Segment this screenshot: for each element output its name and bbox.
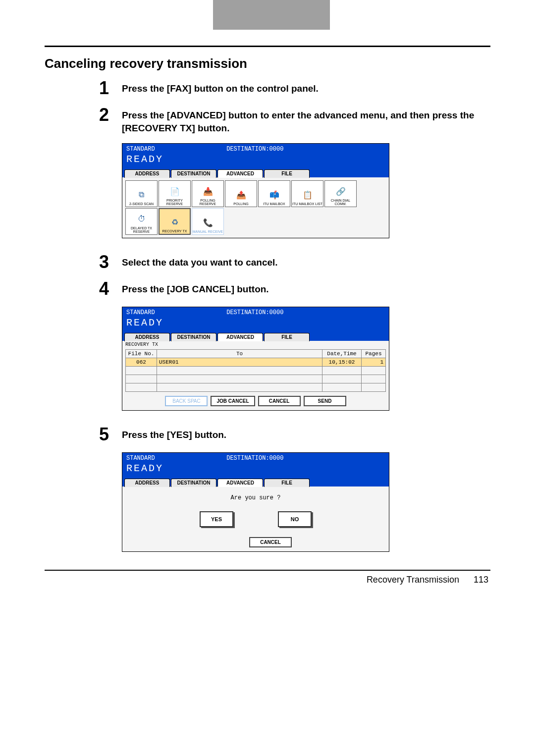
step-2-number: 2 xyxy=(99,106,122,124)
screen-header: STANDARD DESTINATION:0000 READY xyxy=(122,144,389,169)
col-to: To xyxy=(157,350,322,358)
top-rule xyxy=(45,46,490,47)
cell-file-no: 062 xyxy=(126,358,157,367)
screenshot-confirm: STANDARD DESTINATION:0000 READY ADDRESS … xyxy=(122,452,389,552)
btn-recovery-tx[interactable]: ♻ RECOVERY TX xyxy=(159,208,191,235)
btn-back-space[interactable]: BACK SPAC xyxy=(165,396,208,406)
footer-label: Recovery Transmission xyxy=(367,575,459,585)
destination-count: DESTINATION:0000 xyxy=(226,309,283,316)
btn-polling-label: POLLING xyxy=(233,202,248,206)
btn-itu-mailbox-label: ITU MAILBOX xyxy=(263,202,285,206)
cell-pages: 1 xyxy=(362,358,386,367)
btn-2-sided-scan[interactable]: ⧉ 2-SIDED SCAN xyxy=(125,180,158,207)
screenshot-advanced-menu: STANDARD DESTINATION:0000 READY ADDRESS … xyxy=(122,143,389,238)
tab-address[interactable]: ADDRESS xyxy=(124,333,170,341)
priority-icon: 📄 xyxy=(167,185,182,198)
btn-chain-dial[interactable]: 🔗 CHAIN DIAL COMM. xyxy=(324,180,357,207)
btn-delayed-tx-label: DELAYED TX RESERVE xyxy=(126,226,157,233)
ready-label: READY xyxy=(126,463,385,474)
btn-chain-dial-label: CHAIN DIAL COMM. xyxy=(325,199,356,206)
btn-priority-reserve[interactable]: 📄 PRIORITY RESERVE xyxy=(159,180,191,207)
btn-itu-mailbox-list[interactable]: 📋 ITU MAILBOX LIST xyxy=(291,180,323,207)
tab-advanced[interactable]: ADVANCED xyxy=(217,479,263,487)
footer-page-number: 113 xyxy=(474,575,488,585)
cell-date-time: 10,15:02 xyxy=(322,358,362,367)
btn-recovery-tx-label: RECOVERY TX xyxy=(162,229,187,233)
btn-itu-mailbox[interactable]: 📫 ITU MAILBOX xyxy=(258,180,290,207)
polling-reserve-icon: 📥 xyxy=(201,185,215,198)
job-list-table: File No. To Date,Time Pages 062 USER01 1… xyxy=(125,349,386,392)
destination-count: DESTINATION:0000 xyxy=(226,146,283,153)
panel-sublabel: RECOVERY TX xyxy=(122,341,389,349)
itu-mailbox-list-icon: 📋 xyxy=(300,188,315,201)
tab-destination[interactable]: DESTINATION xyxy=(171,169,216,178)
step-5: 5 Press the [YES] button. xyxy=(99,426,490,443)
step-5-text: Press the [YES] button. xyxy=(122,426,226,441)
btn-polling-reserve[interactable]: 📥 POLLING RESERVE xyxy=(192,180,224,207)
step-2: 2 Press the [ADVANCED] button to enter t… xyxy=(99,106,490,134)
screen-header: STANDARD DESTINATION:0000 READY xyxy=(122,453,389,478)
btn-polling[interactable]: 📤 POLLING xyxy=(225,180,257,207)
btn-manual-receive-label: MANUAL RECEIVE xyxy=(193,230,223,233)
btn-priority-reserve-label: PRIORITY RESERVE xyxy=(159,199,190,206)
screenshot-job-list: STANDARD DESTINATION:0000 READY ADDRESS … xyxy=(122,307,389,411)
step-3: 3 Select the data you want to cancel. xyxy=(99,253,490,271)
btn-polling-reserve-label: POLLING RESERVE xyxy=(192,199,223,206)
ready-label: READY xyxy=(126,317,385,328)
step-5-number: 5 xyxy=(99,426,122,443)
tab-address[interactable]: ADDRESS xyxy=(124,169,170,178)
screen-header: STANDARD DESTINATION:0000 READY xyxy=(122,307,389,332)
step-4: 4 Press the [JOB CANCEL] button. xyxy=(99,280,490,298)
btn-job-cancel[interactable]: JOB CANCEL xyxy=(211,396,255,406)
table-row[interactable] xyxy=(126,383,386,392)
ready-label: READY xyxy=(126,154,385,165)
btn-no[interactable]: NO xyxy=(278,511,312,527)
step-4-text: Press the [JOB CANCEL] button. xyxy=(122,280,269,296)
btn-send[interactable]: SEND xyxy=(304,396,346,406)
two-sided-icon: ⧉ xyxy=(134,188,149,201)
step-1-text: Press the [FAX] button on the control pa… xyxy=(122,79,319,95)
step-3-text: Select the data you want to cancel. xyxy=(122,253,278,269)
tab-address[interactable]: ADDRESS xyxy=(124,479,170,487)
mode-label: STANDARD xyxy=(126,146,155,153)
btn-cancel[interactable]: CANCEL xyxy=(258,396,301,406)
col-file-no: File No. xyxy=(126,350,157,358)
chain-dial-icon: 🔗 xyxy=(333,185,348,198)
manual-receive-icon: 📞 xyxy=(201,216,215,229)
btn-itu-mailbox-list-label: ITU MAILBOX LIST xyxy=(292,202,322,206)
section-title: Canceling recovery transmission xyxy=(45,56,490,71)
tab-advanced[interactable]: ADVANCED xyxy=(217,333,263,341)
btn-delayed-tx[interactable]: ⏱ DELAYED TX RESERVE xyxy=(125,208,158,235)
confirm-question: Are you sure ? xyxy=(122,486,389,504)
btn-manual-receive[interactable]: 📞 MANUAL RECEIVE xyxy=(192,208,224,235)
header-tab-placeholder xyxy=(213,0,330,30)
table-row[interactable] xyxy=(126,367,386,375)
tab-file[interactable]: FILE xyxy=(264,333,310,341)
col-pages: Pages xyxy=(362,350,386,358)
step-4-number: 4 xyxy=(99,280,122,298)
tab-destination[interactable]: DESTINATION xyxy=(171,479,216,487)
mode-label: STANDARD xyxy=(126,455,155,462)
table-row[interactable] xyxy=(126,375,386,383)
btn-yes[interactable]: YES xyxy=(200,511,233,527)
step-3-number: 3 xyxy=(99,253,122,271)
step-1: 1 Press the [FAX] button on the control … xyxy=(99,79,490,97)
itu-mailbox-icon: 📫 xyxy=(267,188,282,201)
page-footer: Recovery Transmission 113 xyxy=(45,575,490,585)
step-2-text: Press the [ADVANCED] button to enter the… xyxy=(122,106,490,134)
tab-file[interactable]: FILE xyxy=(264,169,310,178)
col-date-time: Date,Time xyxy=(322,350,362,358)
footer-rule xyxy=(45,570,490,571)
destination-count: DESTINATION:0000 xyxy=(226,455,283,462)
cell-to: USER01 xyxy=(157,358,322,367)
btn-confirm-cancel[interactable]: CANCEL xyxy=(249,537,292,547)
table-row[interactable]: 062 USER01 10,15:02 1 xyxy=(126,358,386,367)
tab-file[interactable]: FILE xyxy=(264,479,310,487)
btn-2-sided-scan-label: 2-SIDED SCAN xyxy=(129,202,154,206)
mode-label: STANDARD xyxy=(126,309,155,316)
delayed-tx-icon: ⏱ xyxy=(134,213,149,225)
tab-advanced[interactable]: ADVANCED xyxy=(217,169,263,178)
tab-destination[interactable]: DESTINATION xyxy=(171,333,216,341)
recovery-tx-icon: ♻ xyxy=(167,216,182,228)
polling-icon: 📤 xyxy=(234,188,249,201)
